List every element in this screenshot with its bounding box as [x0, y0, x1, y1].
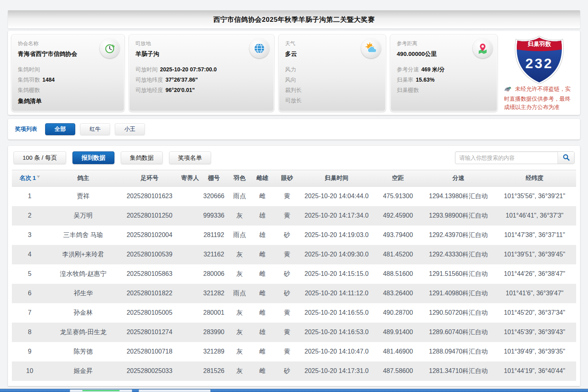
cell-ring-no: 2025280101250 [119, 206, 180, 226]
pigeon-icon [504, 87, 514, 93]
results-toolbar: 100 条 / 每页 报到数据 集鸽数据 奖项名单 [12, 151, 576, 170]
cell-foster [180, 342, 200, 361]
collect-time-row: 集鸽时间 [18, 64, 118, 75]
cell-rank: 1 [12, 187, 48, 206]
cell-sex: 雌 [251, 187, 273, 206]
cell-ring-no: 2025280100718 [119, 342, 180, 361]
cell-rank: 4 [12, 245, 48, 264]
cell-ring-no: 2025280105863 [119, 264, 180, 284]
cell-speed: 1288.09470科汇自动 [424, 342, 493, 361]
table-row: 1贾祥2025280101623320666雨点雌黄2025-10-20 14:… [12, 187, 576, 206]
cell-owner: 孙金林 [48, 303, 119, 323]
cell-eye-sand: 黄 [273, 323, 301, 342]
search-input[interactable] [455, 152, 558, 164]
table-row: 6祁生华2025280101822321282雨点雌砂2025-10-20 14… [12, 284, 576, 303]
page-size-button[interactable]: 100 条 / 每页 [13, 151, 66, 164]
cell-rank: 10 [12, 361, 48, 381]
collection-data-button[interactable]: 集鸽数据 [121, 151, 163, 164]
cell-coords: 101°39'51", 36°39'45" [493, 245, 576, 264]
cell-loft-no: 321162 [200, 245, 228, 264]
table-row: 3三丰鸽舍 马瑜2025280102004281192雨点雄砂2025-10-2… [12, 226, 576, 245]
col-header-eye-sand: 眼砂 [273, 170, 301, 187]
release-site-value: 羊肠子沟 [135, 50, 268, 58]
cell-coords: 101°35'56", 36°39'21" [493, 187, 576, 206]
wind-force-row: 风力 [285, 64, 379, 75]
cell-foster [180, 226, 200, 245]
cell-ring-no: 2025280105005 [119, 303, 180, 323]
returned-count-badge-area: 归巢羽数 232 未经允许不得盗链，实时直播数据仅供参考，最终成绩以主办方公布为… [502, 34, 577, 112]
collect-lofts-row: 集鸽棚数 [18, 85, 118, 95]
cell-sex: 雌 [251, 361, 273, 381]
report-data-button[interactable]: 报到数据 [72, 151, 114, 164]
cell-sex: 雄 [251, 226, 273, 245]
cell-owner: 姬金昇 [48, 361, 119, 381]
cell-speed: 1292.43330科汇自动 [424, 245, 493, 264]
table-header-row: 名次1 鸽主 足环号 寄养人 棚号 羽色 雌雄 眼砂 归巢时间 空距 分速 经纬… [12, 170, 576, 187]
cell-return-time: 2025-10-20 14:17:31.0 [301, 361, 372, 381]
globe-icon [249, 38, 269, 58]
awards-list-button[interactable]: 奖项名单 [169, 151, 211, 164]
cell-rank: 6 [12, 284, 48, 303]
cell-coords: 101°44'19", 36°40'44" [493, 361, 576, 381]
results-table-body: 1贾祥2025280101623320666雨点雌黄2025-10-20 14:… [12, 187, 576, 381]
info-card-association: 协会名称 青海省西宁市信鸽协会 集鸽时间 集鸽羽数1484 集鸽棚数 集鸽清单 [11, 34, 125, 112]
cell-speed: 1291.51560科汇自动 [424, 264, 493, 284]
cell-speed: 1292.43970科汇自动 [424, 226, 493, 245]
cell-coords: 101°39'49", 36°39'35" [493, 342, 576, 361]
col-header-rank[interactable]: 名次1 [12, 170, 48, 187]
awards-tab-all[interactable]: 全部 [45, 123, 75, 135]
info-card-weather: 天气 多云 风力 风向 裁判长 司放长 [278, 34, 386, 112]
awards-panel: 奖项列表 全部 红牛 小王 [8, 119, 580, 140]
cell-foster [180, 323, 200, 342]
cell-speed: 1281.34710科汇自动 [424, 361, 493, 381]
cell-return-time: 2025-10-20 14:19:03.0 [301, 226, 372, 245]
cell-distance: 483.26400 [372, 284, 424, 303]
cell-loft-no: 320666 [200, 187, 228, 206]
cell-distance: 475.91300 [372, 187, 424, 206]
info-card-release-site: 司放地 羊肠子沟 司放时间2025-10-20 07:57:00.0 司放地纬度… [129, 34, 274, 112]
cell-speed: 1289.60740科汇自动 [424, 323, 493, 342]
taskbar-window-button[interactable] [70, 389, 132, 392]
cell-distance: 487.58600 [372, 361, 424, 381]
cell-eye-sand: 砂 [273, 284, 301, 303]
cell-foster [180, 245, 200, 264]
wind-direction-row: 风向 [285, 75, 379, 85]
col-header-ring-no: 足环号 [119, 170, 180, 187]
page-title: 西宁市信鸽协会2025年秋季羊肠子沟第二关暨大奖赛 [213, 15, 375, 24]
cell-foster [180, 187, 200, 206]
cell-distance: 490.28700 [372, 303, 424, 323]
cell-owner: 祁生华 [48, 284, 119, 303]
cell-ring-no: 2025280101623 [119, 187, 180, 206]
cell-loft-no: 321282 [200, 284, 228, 303]
cell-distance: 488.51600 [372, 264, 424, 284]
cell-speed: 1290.50720科汇自动 [424, 303, 493, 323]
cell-loft-no: 280001 [200, 303, 228, 323]
awards-tab-hongniu[interactable]: 红牛 [80, 123, 110, 135]
search-button[interactable] [558, 152, 574, 164]
col-header-speed: 分速 [424, 170, 493, 187]
awards-tab-xiaowang[interactable]: 小王 [115, 123, 145, 135]
release-longitude-row: 司放地经度96°20'0.01" [135, 85, 268, 95]
table-row: 5湟水牧鸽-赵惠宁2025280105863280006灰雌砂2025-10-2… [12, 264, 576, 284]
taskbar-window-button[interactable] [139, 389, 211, 392]
cell-ring-no: 2025280102004 [119, 226, 180, 245]
table-row: 4李洪刚+来玲君2025280100539321162灰雌黄2025-10-20… [12, 245, 576, 264]
pigeon-list-link[interactable]: 集鸽清单 [18, 98, 118, 105]
table-row: 2吴万明2025280101250999336灰雄黄2025-10-20 14:… [12, 206, 576, 226]
windows-taskbar[interactable] [0, 389, 588, 392]
cell-distance: 489.91400 [372, 323, 424, 342]
cell-feather-color: 灰 [228, 361, 251, 381]
col-header-feather-color: 羽色 [228, 170, 251, 187]
cell-eye-sand: 砂 [273, 361, 301, 381]
cell-eye-sand: 黄 [273, 187, 301, 206]
cell-speed: 1293.98900科汇自动 [424, 206, 493, 226]
sun-cloud-weather-icon [361, 38, 381, 58]
table-row: 7孙金林2025280105005280001灰雌黄2025-10-20 14:… [12, 303, 576, 323]
release-latitude-row: 司放地纬度37°26'37.86" [135, 75, 268, 85]
cell-ring-no: 2025280101274 [119, 323, 180, 342]
cell-loft-no: 283990 [200, 323, 228, 342]
cell-return-time: 2025-10-20 14:04:44.0 [301, 187, 372, 206]
return-lofts-row: 归巢棚数 [397, 85, 491, 95]
cell-sex: 雌 [251, 342, 273, 361]
cell-distance: 481.45200 [372, 245, 424, 264]
